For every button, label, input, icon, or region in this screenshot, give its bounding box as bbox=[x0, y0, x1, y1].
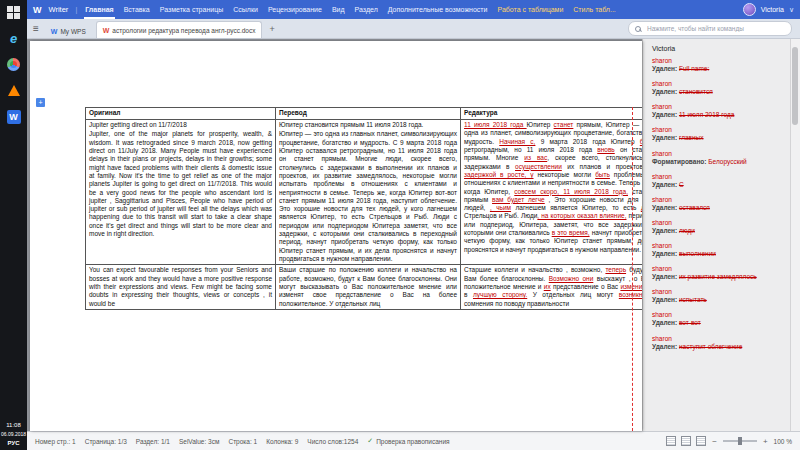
status-item: Раздел: 1/1 bbox=[136, 438, 170, 445]
search-input[interactable] bbox=[645, 24, 785, 33]
spellcheck-icon: ✓ bbox=[367, 437, 373, 445]
review-panel: Victoria sharonУдален: Full name:sharonУ… bbox=[642, 39, 790, 431]
view-mode-page-icon[interactable] bbox=[666, 436, 676, 446]
ribbon-tab[interactable]: Разметка страницы bbox=[159, 0, 225, 19]
workspace: + ОригиналПереводРедактураJupiter gettin… bbox=[27, 39, 800, 431]
ribbon-tab[interactable]: Дополнительные возможности bbox=[387, 0, 489, 19]
ribbon-tab[interactable]: Вставка bbox=[123, 0, 151, 19]
statusbar-right: − + 100 % bbox=[666, 436, 792, 446]
spellcheck-status[interactable]: ✓ Проверка правописания bbox=[367, 437, 449, 445]
original-text: Стрельцов и Рыб. Люди bbox=[464, 212, 537, 219]
original-text: Юпитер bbox=[527, 121, 554, 128]
taskbar-item-vlc[interactable] bbox=[6, 83, 21, 98]
review-action: Удален: становится bbox=[652, 88, 786, 96]
document-page[interactable]: + ОригиналПереводРедактураJupiter gettin… bbox=[30, 41, 642, 431]
review-entry[interactable]: sharonУдален: выполнении bbox=[652, 242, 786, 258]
review-author: sharon bbox=[652, 126, 786, 133]
ribbon-tab[interactable]: Ссылки bbox=[232, 0, 259, 19]
document-area: + ОригиналПереводРедактураJupiter gettin… bbox=[27, 39, 642, 431]
review-entry[interactable]: sharonФорматировано: Белорусский bbox=[652, 150, 786, 166]
doc-table: ОригиналПереводРедактураJupiter getting … bbox=[85, 107, 642, 310]
inserted-text: , на которых оказал влияние, bbox=[537, 212, 626, 219]
taskbar-tray[interactable]: 11:08 06.09.2018 РУС bbox=[1, 422, 26, 450]
new-tab-button[interactable]: + bbox=[266, 24, 277, 34]
review-entry[interactable]: sharonУдален: люди bbox=[652, 219, 786, 235]
clock-time: 11:08 bbox=[6, 422, 21, 428]
review-entry[interactable]: sharonУдален: оставался bbox=[652, 196, 786, 212]
review-action-value: испытать bbox=[679, 296, 707, 303]
review-entry[interactable]: sharonУдален: 11 июля 2018 года bbox=[652, 103, 786, 119]
table-header-cell[interactable]: Перевод bbox=[276, 108, 461, 120]
table-cell-redact[interactable]: 11 июля 2018 года Юпитер станет прямым, … bbox=[461, 120, 643, 265]
review-author: sharon bbox=[652, 103, 786, 110]
start-button[interactable] bbox=[6, 5, 21, 20]
table-row: Jupiter getting direct on 11/7/2018Jupit… bbox=[86, 120, 643, 265]
inserted-text: , чьим bbox=[490, 204, 511, 211]
vertical-scrollbar[interactable] bbox=[790, 39, 800, 431]
table-cell-original[interactable]: You can expect favourable responses from… bbox=[86, 265, 276, 310]
ribbon-context-tab[interactable]: Стиль табл... bbox=[572, 0, 616, 19]
cell-body-text: You can expect favourable responses from… bbox=[89, 266, 272, 308]
table-cell-original[interactable]: Jupiter getting direct on 11/7/2018Jupit… bbox=[86, 120, 276, 265]
zoom-slider[interactable] bbox=[723, 440, 757, 442]
review-entry[interactable]: sharonУдален: их развитие замедлялось bbox=[652, 265, 786, 281]
status-item: SelValue: 3см bbox=[179, 438, 219, 445]
user-avatar[interactable] bbox=[743, 3, 756, 16]
review-entry[interactable]: sharonУдален: наступит облегчение bbox=[652, 335, 786, 351]
writer-logo-icon: W bbox=[33, 5, 42, 15]
ribbon-tab[interactable]: Вид bbox=[331, 0, 346, 19]
review-action-value: их развитие замедлялось bbox=[679, 273, 757, 280]
review-action-value: С bbox=[679, 181, 684, 188]
review-action: Форматировано: Белорусский bbox=[652, 158, 786, 166]
revision-connector-line bbox=[632, 107, 633, 431]
review-entry[interactable]: sharonУдален: Full name: bbox=[652, 57, 786, 73]
menu-icon[interactable]: ≡ bbox=[31, 23, 41, 34]
ribbon-tab[interactable]: Раздел bbox=[354, 0, 379, 19]
review-action: Удален: испытать bbox=[652, 296, 786, 304]
review-entry[interactable]: sharonУдален: вот-вот bbox=[652, 311, 786, 327]
cell-title-text: Jupiter getting direct on 11/7/2018 bbox=[89, 121, 272, 129]
ribbon-tab[interactable]: Рецензирование bbox=[267, 0, 323, 19]
table-header-cell[interactable]: Редактура bbox=[461, 108, 643, 120]
table-header-cell[interactable]: Оригинал bbox=[86, 108, 276, 120]
review-entry[interactable]: sharonУдален: становится bbox=[652, 80, 786, 96]
collapse-ribbon-icon[interactable]: ∨ bbox=[789, 6, 794, 14]
ribbon-tab[interactable]: Главная bbox=[84, 0, 114, 19]
table-cell-translation[interactable]: Ваши старшие по положению коллеги и нача… bbox=[276, 265, 461, 310]
user-name: Victoria bbox=[761, 6, 784, 13]
status-item: Колонка: 9 bbox=[266, 438, 298, 445]
table-cell-redact[interactable]: Старшие коллеги и начальство , возможно,… bbox=[461, 265, 643, 310]
taskbar-item-wps[interactable]: W bbox=[6, 109, 21, 124]
status-item: Строка: 1 bbox=[228, 438, 257, 445]
review-entries: sharonУдален: Full name:sharonУдален: ст… bbox=[652, 57, 786, 351]
taskbar-item-browser[interactable] bbox=[6, 57, 21, 72]
cell-body-text: Jupiter, one of the major planets for pr… bbox=[89, 130, 272, 238]
review-entry[interactable]: sharonУдален: главных bbox=[652, 126, 786, 142]
zoom-in-button[interactable]: + bbox=[762, 437, 769, 446]
taskbar-item-edge[interactable]: e bbox=[6, 31, 21, 46]
tab-my-wps[interactable]: W My WPS bbox=[45, 24, 92, 38]
review-action: Удален: главных bbox=[652, 134, 786, 142]
ribbon-context-tab[interactable]: Работа с таблицами bbox=[496, 0, 564, 19]
view-mode-outline-icon[interactable] bbox=[696, 436, 706, 446]
table-move-handle[interactable]: + bbox=[36, 98, 45, 107]
zoom-slider-thumb[interactable] bbox=[738, 437, 742, 445]
zoom-value[interactable]: 100 % bbox=[774, 438, 792, 445]
table-cell-translation[interactable]: Юпитер становится прямым 11 июля 2018 го… bbox=[276, 120, 461, 265]
titlebar: W Writer | ГлавнаяВставкаРазметка страни… bbox=[27, 0, 800, 19]
scrollbar-thumb[interactable] bbox=[792, 47, 798, 125]
review-action: Удален: С bbox=[652, 181, 786, 189]
review-action-label: Удален: bbox=[652, 181, 679, 188]
tab-document[interactable]: W астрологии редактура перевода англ-рус… bbox=[96, 21, 263, 38]
search-icon bbox=[635, 26, 641, 32]
review-entry[interactable]: sharonУдален: испытать bbox=[652, 288, 786, 304]
zoom-out-button[interactable]: − bbox=[711, 437, 718, 446]
review-action-value: оставался bbox=[679, 204, 710, 211]
command-search[interactable] bbox=[628, 21, 792, 36]
view-mode-web-icon[interactable] bbox=[681, 436, 691, 446]
language-indicator[interactable]: РУС bbox=[8, 440, 20, 446]
review-action-label: Удален: bbox=[652, 204, 679, 211]
review-entry[interactable]: sharonУдален: С bbox=[652, 173, 786, 189]
windows-taskbar: e W 11:08 06.09.2018 РУС bbox=[0, 0, 27, 450]
review-action: Удален: выполнении bbox=[652, 250, 786, 258]
